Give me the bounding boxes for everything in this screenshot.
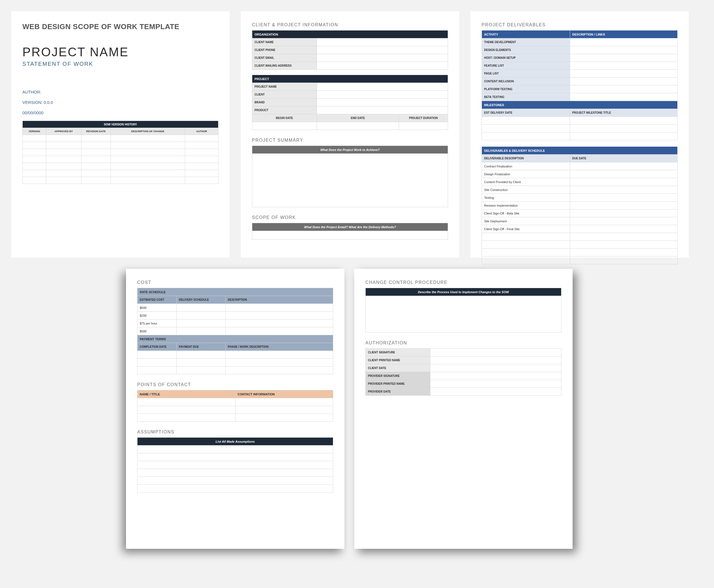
table-row	[138, 477, 333, 485]
table-row	[23, 135, 218, 142]
col-project-duration: PROJECT DURATION	[399, 114, 448, 122]
table-row: CLIENT NAME	[252, 38, 448, 46]
project-bar: PROJECT	[252, 75, 448, 83]
table-row: Testing	[482, 194, 678, 202]
payment-terms-bar: PAYMENT TERMS	[138, 335, 333, 343]
history-title: SOW VERSION HISTORY	[23, 121, 218, 128]
table-row: CLIENT PRINTED NAME	[366, 356, 561, 364]
rate-schedule-table: RATE SCHEDULE ESTIMATED COST DELIVERY SC…	[137, 288, 333, 374]
col-description-links: DESCRIPTION / LINKS	[570, 30, 677, 38]
author-label: AUTHOR:	[22, 90, 218, 94]
version-label: VERSION: 0.0.0	[22, 100, 218, 105]
table-row	[138, 445, 333, 453]
table-row	[138, 461, 333, 469]
table-row	[138, 359, 333, 366]
table-row: HOST / DOMAIN SETUP	[482, 54, 678, 62]
table-row: CLIENT EMAIL	[252, 54, 448, 62]
table-row	[23, 170, 218, 177]
summary-question-bar: What Does the Project Work to Achieve?	[252, 146, 448, 154]
table-row: CONTENT INCLUSION	[482, 78, 678, 85]
table-row	[138, 453, 333, 461]
table-row	[482, 249, 678, 256]
table-row	[138, 485, 333, 492]
table-row: PROVIDER DATE	[366, 388, 561, 396]
table-row: PROVIDER PRINTED NAME	[366, 380, 561, 388]
col-deliverable-desc: DELIVERABLE DESCRIPTION	[482, 154, 570, 162]
table-row	[23, 156, 218, 163]
authorization-table: CLIENT SIGNATURE CLIENT PRINTED NAME CLI…	[365, 348, 561, 396]
table-row	[482, 256, 678, 264]
milestones-bar: MILESTONES	[482, 101, 678, 109]
points-of-contact-table: NAME / TITLE CONTACT INFORMATION	[137, 390, 333, 422]
col-estimated-cost: ESTIMATED COST	[138, 296, 177, 304]
table-row: BETA TESTING	[482, 93, 678, 101]
project-name: PROJECT NAME	[22, 45, 218, 59]
activity-table: ACTIVITY DESCRIPTION / LINKS THEME DEVEL…	[482, 30, 678, 140]
table-row	[23, 177, 218, 184]
table-row: Site Deployment	[482, 217, 678, 225]
col-due-date: DUE DATE	[570, 154, 677, 162]
col-author: AUTHOR	[185, 128, 218, 135]
col-end-date: END DATE	[317, 114, 399, 122]
table-row: $500	[138, 327, 333, 335]
table-row	[138, 469, 333, 477]
table-row: $500	[138, 304, 333, 312]
table-row	[23, 163, 218, 170]
scope-box	[252, 231, 448, 240]
ccp-box	[365, 296, 561, 333]
table-row: PAGE LIST	[482, 70, 678, 78]
table-row	[482, 117, 678, 125]
col-begin-date: BEGIN DATE	[252, 114, 317, 122]
table-row: Revision Implementation	[482, 202, 678, 209]
table-row: PRODUCT	[252, 106, 448, 114]
table-row: BRAND	[252, 99, 448, 106]
table-row: CLIENT DATE	[366, 364, 561, 372]
section-scope-of-work: SCOPE OF WORK	[252, 215, 448, 220]
statement-of-work-subtitle: STATEMENT OF WORK	[22, 61, 218, 67]
table-row	[252, 122, 448, 130]
section-cost: COST	[137, 280, 333, 285]
section-authorization: AUTHORIZATION	[365, 340, 561, 345]
col-phase-description: PHASE / WORK DESCRIPTION	[225, 343, 333, 351]
organization-table: ORGANIZATION CLIENT NAME CLIENT PHONE CL…	[252, 30, 448, 70]
template-preview: WEB DESIGN SCOPE OF WORK TEMPLATE PROJEC…	[0, 0, 714, 588]
rate-schedule-bar: RATE SCHEDULE	[138, 288, 333, 296]
col-name-title: NAME / TITLE	[138, 390, 235, 398]
table-row	[138, 406, 333, 414]
template-title: WEB DESIGN SCOPE OF WORK TEMPLATE	[22, 22, 218, 31]
project-table: PROJECT PROJECT NAME CLIENT BRAND PRODUC…	[252, 75, 448, 130]
table-row: CLIENT SIGNATURE	[366, 349, 561, 356]
col-completion-date: COMPLETION DATE	[138, 343, 177, 351]
scope-question-bar: What Does the Project Entail? What Are t…	[252, 223, 448, 231]
table-row: CLIENT	[252, 91, 448, 99]
page-2: CLIENT & PROJECT INFORMATION ORGANIZATIO…	[241, 11, 459, 258]
col-description: DESCRIPTION OF CHANGE	[111, 128, 185, 135]
table-row	[482, 233, 678, 241]
ccp-bar: Describe the Process Used to Implement C…	[365, 288, 561, 296]
page-5: CHANGE CONTROL PROCEDURE Describe the Pr…	[354, 269, 573, 549]
col-milestone-title: PROJECT MILESTONE TITLE	[570, 109, 677, 117]
col-est-delivery-date: EST DELIVERY DATE	[482, 109, 570, 117]
table-row: Client Sign-Off - Final Site	[482, 225, 678, 233]
date-label: 00/00/0000	[22, 110, 218, 115]
meta-block: AUTHOR: VERSION: 0.0.0 00/00/0000	[22, 90, 218, 115]
table-row: Design Finalization	[482, 170, 678, 178]
table-row	[138, 351, 333, 359]
table-row	[482, 125, 678, 132]
table-row	[23, 142, 218, 149]
col-revision-date: REVISION DATE	[81, 128, 111, 135]
col-version: VERSION	[23, 128, 46, 135]
table-row	[138, 414, 333, 422]
section-points-of-contact: POINTS OF CONTACT	[137, 382, 333, 387]
table-row: $75 per hour	[138, 319, 333, 327]
page-1: WEB DESIGN SCOPE OF WORK TEMPLATE PROJEC…	[11, 11, 230, 258]
col-activity: ACTIVITY	[482, 30, 570, 38]
col-contact-info: CONTACT INFORMATION	[235, 390, 333, 398]
table-row: Client Sign-Off - Beta Site	[482, 209, 678, 217]
section-assumptions: ASSUMPTIONS	[137, 429, 333, 435]
table-row: $200	[138, 312, 333, 319]
page-3: PROJECT DELIVERABLES ACTIVITY DESCRIPTIO…	[470, 11, 689, 258]
page-4: COST RATE SCHEDULE ESTIMATED COST DELIVE…	[126, 269, 344, 549]
assumptions-bar: List All Made Assumptions	[138, 438, 333, 445]
table-row: DESIGN ELEMENTS	[482, 46, 678, 54]
